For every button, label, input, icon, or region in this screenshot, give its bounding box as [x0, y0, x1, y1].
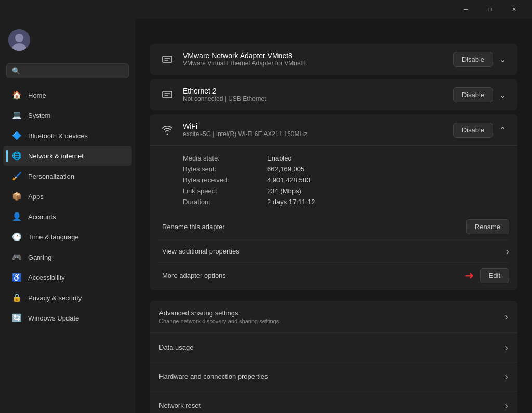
system-icon: 💻: [11, 110, 22, 121]
apps-icon: 📦: [11, 191, 22, 202]
more-settings-card: Advanced sharing settingsChange network …: [150, 301, 517, 413]
action-button-rename[interactable]: Rename: [466, 219, 509, 234]
time-icon: 🕐: [11, 232, 22, 242]
settings-row-hw-connection[interactable]: Hardware and connection properties›: [150, 362, 517, 391]
search-icon: 🔍: [12, 67, 20, 75]
expand-chevron-vmnet8[interactable]: ⌄: [497, 52, 508, 66]
sidebar-item-accessibility[interactable]: ♿Accessibility: [3, 268, 132, 287]
chevron-right-icon: ›: [504, 399, 508, 411]
detail-label: Bytes sent:: [183, 165, 261, 173]
detail-label: Duration:: [183, 198, 261, 206]
detail-label: Link speed:: [183, 187, 261, 195]
expand-chevron-ethernet2[interactable]: ⌄: [497, 88, 508, 102]
sidebar-item-bluetooth[interactable]: 🔷Bluetooth & devices: [3, 126, 132, 145]
action-row-rename[interactable]: Rename this adapterRename: [158, 214, 509, 239]
adapter-list: VMware Network Adapter VMnet8VMware Virt…: [150, 44, 517, 290]
settings-info: Hardware and connection properties: [159, 372, 504, 380]
action-label: More adapter options: [158, 272, 464, 279]
chevron-right-icon: ›: [504, 311, 508, 323]
wifi-actions: Rename this adapterRenameView additional…: [150, 210, 517, 290]
disable-button-ethernet2[interactable]: Disable: [453, 87, 493, 102]
sidebar-item-label: Home: [28, 91, 46, 99]
adapter-name: WiFi: [183, 122, 446, 130]
sidebar-item-update[interactable]: 🔄Windows Update: [3, 308, 132, 328]
close-button[interactable]: ✕: [502, 0, 526, 19]
sidebar-item-system[interactable]: 💻System: [3, 105, 132, 125]
adapter-desc: excitel-5G | Intel(R) Wi-Fi 6E AX211 160…: [183, 130, 446, 138]
svg-rect-3: [163, 56, 172, 62]
svg-rect-4: [163, 91, 172, 98]
settings-title: Data usage: [159, 343, 504, 351]
avatar: [8, 29, 30, 51]
adapter-desc: VMware Virtual Ethernet Adapter for VMne…: [183, 60, 446, 67]
sidebar-item-label: Network & internet: [28, 152, 84, 160]
svg-point-1: [15, 34, 23, 42]
sidebar-item-network[interactable]: 🌐Network & internet: [3, 146, 132, 166]
settings-info: Network reset: [159, 402, 504, 409]
detail-label: Bytes received:: [183, 176, 261, 184]
action-row-view-props[interactable]: View additional properties›: [158, 239, 509, 262]
bluetooth-icon: 🔷: [11, 130, 22, 141]
wifi-expanded-section: Media state:EnabledBytes sent:662,169,00…: [150, 145, 517, 290]
adapter-card-vmnet8: VMware Network Adapter VMnet8VMware Virt…: [150, 44, 517, 75]
sidebar-item-home[interactable]: 🏠Home: [3, 85, 132, 105]
sidebar-item-label: Time & language: [28, 233, 79, 241]
adapter-card-ethernet2: Ethernet 2Not connected | USB EthernetDi…: [150, 79, 517, 110]
action-label: Rename this adapter: [158, 223, 466, 231]
search-input[interactable]: [24, 67, 123, 75]
network-icon: 🌐: [11, 151, 22, 161]
adapter-name: Ethernet 2: [183, 87, 446, 95]
settings-info: Data usage: [159, 343, 504, 351]
sidebar: 🔍 🏠Home💻System🔷Bluetooth & devices🌐Netwo…: [0, 19, 135, 413]
minimize-button[interactable]: ─: [454, 0, 478, 19]
sidebar-item-privacy[interactable]: 🔒Privacy & security: [3, 288, 132, 308]
main-content: VMware Network Adapter VMnet8VMware Virt…: [135, 19, 532, 413]
sidebar-item-accounts[interactable]: 👤Accounts: [3, 207, 132, 227]
action-button-more-options[interactable]: Edit: [480, 268, 509, 283]
adapter-header-wifi: WiFiexcitel-5G | Intel(R) Wi-Fi 6E AX211…: [150, 114, 517, 145]
settings-title: Advanced sharing settings: [159, 309, 504, 317]
wifi-details: Media state:EnabledBytes sent:662,169,00…: [150, 146, 517, 210]
search-box[interactable]: 🔍: [6, 63, 129, 78]
sidebar-item-label: Privacy & security: [28, 294, 82, 302]
adapter-card-wifi: WiFiexcitel-5G | Intel(R) Wi-Fi 6E AX211…: [150, 114, 517, 290]
red-arrow-icon: ➜: [464, 269, 474, 283]
active-indicator: [6, 150, 8, 162]
sidebar-item-time[interactable]: 🕐Time & language: [3, 227, 132, 247]
detail-value: 2 days 17:11:12: [267, 198, 505, 206]
expand-chevron-wifi[interactable]: ⌃: [497, 123, 508, 137]
sidebar-item-label: System: [28, 112, 50, 119]
sidebar-item-label: Accounts: [28, 213, 56, 221]
wifi-icon: [159, 122, 176, 138]
settings-row-advanced-sharing[interactable]: Advanced sharing settingsChange network …: [150, 301, 517, 333]
disable-button-vmnet8[interactable]: Disable: [453, 52, 493, 67]
adapter-info-vmnet8: VMware Network Adapter VMnet8VMware Virt…: [183, 51, 446, 67]
gaming-icon: 🎮: [11, 252, 22, 262]
app-container: 🔍 🏠Home💻System🔷Bluetooth & devices🌐Netwo…: [0, 19, 532, 413]
adapter-actions: Disable⌃: [453, 123, 508, 138]
sidebar-item-apps[interactable]: 📦Apps: [3, 186, 132, 206]
settings-row-data-usage[interactable]: Data usage›: [150, 333, 517, 362]
chevron-right-icon: ›: [504, 370, 508, 382]
action-row-more-options[interactable]: More adapter options➜Edit: [158, 262, 509, 288]
detail-value: 234 (Mbps): [267, 187, 505, 195]
sidebar-item-personalization[interactable]: 🖌️Personalization: [3, 166, 132, 186]
maximize-button[interactable]: □: [478, 0, 502, 19]
ethernet2-icon: [159, 86, 176, 103]
privacy-icon: 🔒: [11, 292, 22, 303]
settings-row-network-reset[interactable]: Network reset›: [150, 391, 517, 413]
home-icon: 🏠: [11, 90, 22, 100]
detail-value: 4,901,428,583: [267, 176, 505, 184]
update-icon: 🔄: [11, 313, 22, 323]
sidebar-item-gaming[interactable]: 🎮Gaming: [3, 247, 132, 267]
accounts-icon: 👤: [11, 211, 22, 222]
disable-button-wifi[interactable]: Disable: [453, 123, 493, 138]
sidebar-item-label: Gaming: [28, 254, 52, 261]
accessibility-icon: ♿: [11, 272, 22, 283]
user-section: [0, 23, 135, 57]
detail-value: Enabled: [267, 154, 505, 162]
adapter-info-ethernet2: Ethernet 2Not connected | USB Ethernet: [183, 87, 446, 102]
nav-list: 🏠Home💻System🔷Bluetooth & devices🌐Network…: [0, 85, 135, 328]
settings-title: Network reset: [159, 402, 504, 409]
adapter-desc: Not connected | USB Ethernet: [183, 95, 446, 102]
